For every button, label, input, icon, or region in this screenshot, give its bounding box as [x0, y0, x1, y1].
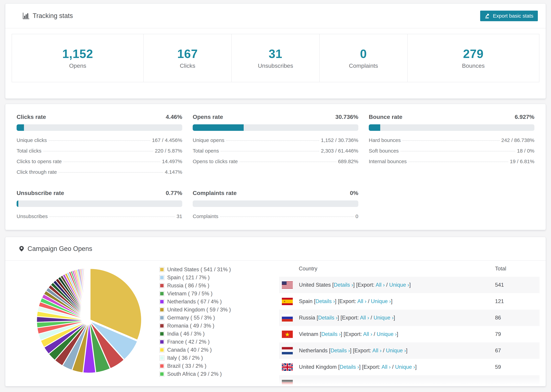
- rate-row-label: Total opens: [193, 148, 219, 154]
- country-text: Spain [Details ›] [Export: All › / Uniqu…: [299, 298, 392, 304]
- export-unique-link[interactable]: Unique ›: [377, 331, 397, 337]
- legend-label: France ( 42 / 2% ): [167, 339, 210, 345]
- dotted-leader: [49, 217, 175, 217]
- dotted-leader: [221, 151, 319, 151]
- details-link[interactable]: Details ›: [321, 331, 341, 337]
- details-link[interactable]: Details ›: [318, 315, 338, 321]
- export-all-link[interactable]: All ›: [381, 364, 390, 370]
- rate-section-head: Bounce rate6.927%: [369, 113, 534, 120]
- country-text: Vietnam [Details ›] [Export: All › / Uni…: [299, 331, 398, 337]
- rate-row: Unsubscribes31: [17, 211, 182, 222]
- rate-value: 6.927%: [515, 113, 534, 120]
- total-cell: 86: [495, 315, 540, 321]
- rate-rows: Unique clicks167 / 4.456%Total clicks220…: [17, 135, 182, 177]
- legend-label: Spain ( 121 / 7% ): [167, 274, 210, 281]
- tracking-stats-title-text: Tracking stats: [33, 12, 73, 20]
- geo-opens-pie-chart[interactable]: [34, 266, 144, 375]
- rate-row-value: 1,152 / 30.736%: [321, 137, 358, 143]
- country-cell: United Kingdom [Details ›] [Export: All …: [279, 364, 495, 371]
- flag-gb-icon: [282, 364, 293, 371]
- export-unique-link[interactable]: Unique ›: [395, 364, 415, 370]
- rate-row-label: Total clicks: [17, 148, 42, 154]
- progress-fill: [193, 124, 244, 131]
- rate-row-value: 14.497%: [162, 159, 182, 164]
- rate-row: Unique clicks167 / 4.456%: [17, 135, 182, 146]
- rate-title: Unsubscribe rate: [17, 190, 64, 196]
- rate-value: 4.46%: [166, 113, 182, 120]
- progress-fill: [369, 124, 380, 131]
- country-name: Russia: [299, 315, 315, 321]
- map-pin-icon: [19, 245, 24, 252]
- export-basic-stats-button[interactable]: Export basic stats: [480, 11, 538, 21]
- export-unique-link[interactable]: Unique ›: [386, 348, 406, 354]
- export-links: [Export: All › / Unique ›]: [344, 331, 398, 337]
- rate-row: Total clicks220 / 5.87%: [17, 146, 182, 156]
- geo-table: Country Total United States [Details ›] …: [279, 261, 540, 386]
- rate-row: Hard bounces242 / 86.738%: [369, 135, 534, 146]
- rate-row-value: 220 / 5.87%: [155, 148, 182, 154]
- legend-label: Vietnam ( 79 / 5% ): [167, 291, 212, 297]
- rate-row-value: 2,303 / 61.446%: [321, 148, 358, 154]
- export-all-link[interactable]: All ›: [363, 331, 372, 337]
- export-unique-link[interactable]: Unique ›: [389, 282, 409, 288]
- country-cell: Spain [Details ›] [Export: All › / Uniqu…: [279, 298, 495, 305]
- total-column-header: Total: [495, 266, 540, 272]
- rate-row-label: Hard bounces: [369, 137, 401, 143]
- export-links: [Export: All › / Unique ›]: [340, 315, 395, 321]
- table-row-vietnam: Vietnam [Details ›] [Export: All › / Uni…: [279, 326, 540, 343]
- stat-value: 279: [463, 47, 484, 61]
- legend-label: Brazil ( 33 / 2% ): [167, 363, 206, 369]
- legend-item: France ( 42 / 2% ): [159, 339, 279, 345]
- legend-label: United Kingdom ( 59 / 3% ): [167, 307, 231, 313]
- details-link[interactable]: Details ›: [316, 298, 335, 304]
- legend-item: United Kingdom ( 59 / 3% ): [159, 307, 279, 313]
- details-link[interactable]: Details ›: [334, 282, 353, 288]
- export-button-label: Export basic stats: [493, 13, 533, 19]
- rate-row-label: Unsubscribes: [17, 213, 48, 219]
- total-cell: 59: [495, 364, 540, 370]
- export-links: [Export: All › / Unique ›]: [356, 282, 411, 288]
- table-row-spain: Spain [Details ›] [Export: All › / Uniqu…: [279, 293, 540, 309]
- total-cell: 121: [495, 298, 540, 304]
- legend-item: Romania ( 49 / 3% ): [159, 323, 279, 329]
- export-all-link[interactable]: All ›: [372, 348, 381, 354]
- flag-us-icon: [282, 281, 293, 289]
- legend-label: Romania ( 49 / 3% ): [167, 323, 214, 329]
- stat-cell-complaints: 0Complaints: [319, 34, 407, 82]
- tracking-stats-title: Tracking stats: [17, 12, 73, 20]
- geo-title: Campaign Geo Opens: [17, 245, 92, 252]
- country-name: Spain: [299, 298, 312, 304]
- legend-swatch: [159, 315, 164, 320]
- details-link[interactable]: Details ›: [340, 364, 359, 370]
- country-cell: United States [Details ›] [Export: All ›…: [279, 281, 495, 289]
- flag-nl-icon: [282, 347, 293, 354]
- rate-row-label: Internal bounces: [369, 159, 407, 164]
- export-unique-link[interactable]: Unique ›: [371, 298, 391, 304]
- dotted-leader: [58, 172, 163, 173]
- geo-pie-wrap: [5, 261, 159, 376]
- progress-track: [369, 124, 534, 131]
- legend-item: Spain ( 121 / 7% ): [159, 274, 279, 281]
- geo-content: United States ( 541 / 31% )Spain ( 121 /…: [5, 261, 546, 386]
- export-all-link[interactable]: All ›: [357, 298, 366, 304]
- export-all-link[interactable]: All ›: [360, 315, 369, 321]
- rate-row: Clicks to opens rate14.497%: [17, 156, 182, 167]
- rate-row-label: Opens to clicks rate: [193, 159, 238, 164]
- legend-swatch: [159, 347, 164, 352]
- dotted-leader: [43, 151, 153, 151]
- progress-fill: [17, 200, 18, 207]
- rate-section-head: Complaints rate0%: [193, 190, 358, 196]
- progress-track: [17, 124, 182, 131]
- export-all-link[interactable]: All ›: [376, 282, 385, 288]
- rate-section-clicks-rate: Clicks rate4.46%Unique clicks167 / 4.456…: [17, 113, 182, 177]
- country-text: United States [Details ›] [Export: All ›…: [299, 282, 411, 288]
- bar-chart-icon: [22, 12, 30, 20]
- rate-row-value: 4.147%: [165, 169, 182, 175]
- geo-title-text: Campaign Geo Opens: [28, 245, 92, 252]
- legend-item: United States ( 541 / 31% ): [159, 266, 279, 273]
- geo-legend: United States ( 541 / 31% )Spain ( 121 /…: [159, 261, 279, 379]
- export-unique-link[interactable]: Unique ›: [374, 315, 394, 321]
- details-link[interactable]: Details ›: [330, 348, 350, 354]
- total-cell: 541: [495, 282, 540, 288]
- rate-row: Unique opens1,152 / 30.736%: [193, 135, 358, 146]
